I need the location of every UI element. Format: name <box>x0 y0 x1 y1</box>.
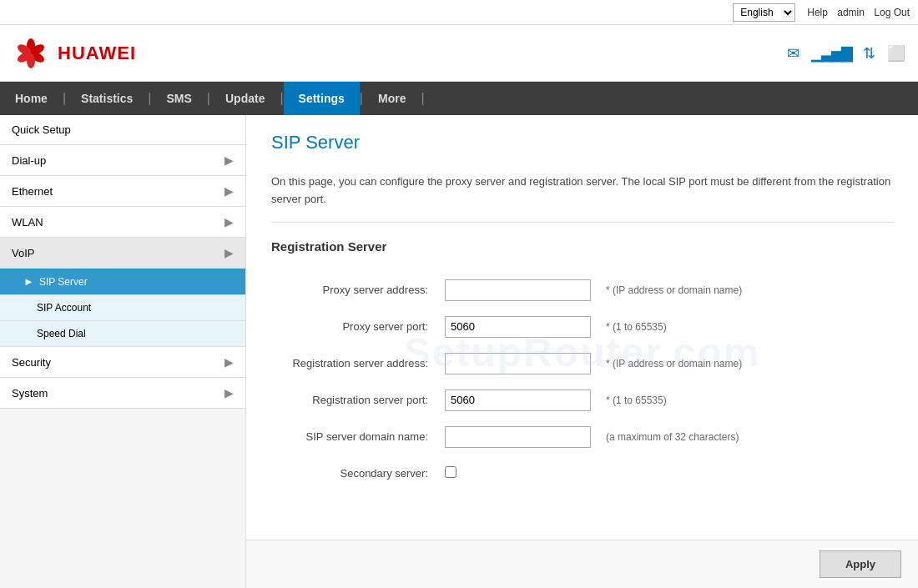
screen-icon[interactable]: ⬜ <box>887 44 905 63</box>
logout-link[interactable]: Log Out <box>874 7 910 18</box>
network-icon[interactable]: ⇅ <box>863 44 875 63</box>
sidebar-item-voip[interactable]: VoIP ▶ <box>0 238 245 269</box>
table-row: SIP server domain name: (a maximum of 32… <box>271 419 893 455</box>
label-proxy-address: Proxy server address: <box>271 272 438 309</box>
sidebar: Quick Setup Dial-up ▶ Ethernet ▶ WLAN ▶ … <box>0 115 246 588</box>
header: HUAWEI ✉ ▁▃▅▇ ⇅ ⬜ <box>0 25 918 82</box>
label-proxy-port: Proxy server port: <box>271 309 438 345</box>
nav-sms[interactable]: SMS <box>151 82 206 115</box>
language-select[interactable]: English Chinese French Spanish <box>733 3 795 22</box>
secondary-server-checkbox[interactable] <box>445 466 456 478</box>
sidebar-sub-label-speed-dial: Speed Dial <box>23 328 86 339</box>
input-cell-sip-domain <box>438 419 598 455</box>
table-row: Registration server address: * (IP addre… <box>271 345 893 382</box>
top-bar-links: Help admin Log Out <box>800 7 910 18</box>
registration-server-address-input[interactable] <box>445 353 591 374</box>
sidebar-sub-speed-dial[interactable]: Speed Dial <box>0 321 245 347</box>
table-row: Secondary server: <box>271 455 893 492</box>
nav-sep-6: | <box>421 82 424 115</box>
sidebar-arrow-dialup: ▶ <box>224 153 234 167</box>
form-table: Proxy server address: * (IP address or d… <box>271 272 893 492</box>
signal-icon[interactable]: ▁▃▅▇ <box>811 44 851 63</box>
sidebar-sub-label-sip-account: SIP Account <box>23 302 91 314</box>
sidebar-item-quicksetup[interactable]: Quick Setup <box>0 115 245 145</box>
sub-arrow-sip-server: ► <box>23 275 34 288</box>
sidebar-arrow-voip: ▶ <box>224 246 234 259</box>
header-icons: ✉ ▁▃▅▇ ⇅ ⬜ <box>787 44 905 63</box>
table-row: Proxy server port: * (1 to 65535) <box>271 309 893 345</box>
input-cell-reg-address <box>438 345 598 382</box>
input-cell-reg-port <box>438 382 598 419</box>
sidebar-arrow-security: ▶ <box>224 355 234 369</box>
sidebar-sub-label-sip-server: SIP Server <box>39 276 88 288</box>
input-cell-secondary-server <box>438 455 598 492</box>
hint-sip-domain: (a maximum of 32 characters) <box>598 419 893 455</box>
hint-proxy-port: * (1 to 65535) <box>598 309 893 345</box>
hint-reg-address: * (IP address or domain name) <box>598 345 893 382</box>
section-title: Registration Server <box>271 239 893 259</box>
sidebar-item-system[interactable]: System ▶ <box>0 378 245 409</box>
nav-settings[interactable]: Settings <box>284 82 360 115</box>
hint-proxy-address: * (IP address or domain name) <box>598 272 893 309</box>
sidebar-sub-sip-server[interactable]: ► SIP Server <box>0 269 245 295</box>
main-content: SetupRouter.com SIP Server On this page,… <box>246 115 918 588</box>
apply-button[interactable]: Apply <box>820 550 901 578</box>
page-description: On this page, you can configure the prox… <box>271 173 893 223</box>
sidebar-label-voip: VoIP <box>12 247 34 259</box>
hint-secondary-server <box>598 455 893 492</box>
sidebar-item-ethernet[interactable]: Ethernet ▶ <box>0 176 245 207</box>
sidebar-label-ethernet: Ethernet <box>12 185 53 198</box>
sidebar-label-wlan: WLAN <box>12 216 43 229</box>
brand-name: HUAWEI <box>58 43 136 64</box>
input-cell-proxy-address <box>438 272 598 309</box>
hint-reg-port: * (1 to 65535) <box>598 382 893 419</box>
sidebar-label-security: Security <box>12 356 51 369</box>
sidebar-arrow-system: ▶ <box>224 386 234 400</box>
bottom-bar: Apply <box>246 540 918 588</box>
label-reg-port: Registration server port: <box>271 382 438 419</box>
huawei-logo-icon <box>13 38 49 69</box>
sidebar-arrow-wlan: ▶ <box>224 215 234 229</box>
main-nav: Home | Statistics | SMS | Update | Setti… <box>0 82 918 115</box>
logo-area: HUAWEI <box>13 38 136 69</box>
content-layout: Quick Setup Dial-up ▶ Ethernet ▶ WLAN ▶ … <box>0 115 918 588</box>
sidebar-label-quicksetup: Quick Setup <box>12 123 71 136</box>
page-title: SIP Server <box>271 132 893 160</box>
nav-home[interactable]: Home <box>0 82 63 115</box>
nav-statistics[interactable]: Statistics <box>66 82 148 115</box>
help-link[interactable]: Help <box>807 7 828 18</box>
nav-update[interactable]: Update <box>210 82 280 115</box>
admin-link[interactable]: admin <box>837 7 865 18</box>
proxy-server-address-input[interactable] <box>445 279 591 301</box>
label-reg-address: Registration server address: <box>271 345 438 382</box>
input-cell-proxy-port <box>438 309 598 345</box>
sip-server-domain-input[interactable] <box>445 426 591 448</box>
mail-icon[interactable]: ✉ <box>787 44 799 63</box>
sidebar-label-system: System <box>12 387 48 400</box>
label-secondary-server: Secondary server: <box>271 455 438 492</box>
sidebar-item-security[interactable]: Security ▶ <box>0 347 245 378</box>
sidebar-label-dialup: Dial-up <box>12 154 46 167</box>
table-row: Registration server port: * (1 to 65535) <box>271 382 893 419</box>
proxy-server-port-input[interactable] <box>445 316 591 338</box>
registration-server-port-input[interactable] <box>445 389 591 411</box>
sidebar-arrow-ethernet: ▶ <box>224 184 234 198</box>
table-row: Proxy server address: * (IP address or d… <box>271 272 893 309</box>
top-bar: English Chinese French Spanish Help admi… <box>0 0 918 25</box>
label-sip-domain: SIP server domain name: <box>271 419 438 455</box>
nav-more[interactable]: More <box>363 82 421 115</box>
sidebar-item-dialup[interactable]: Dial-up ▶ <box>0 145 245 176</box>
sidebar-item-wlan[interactable]: WLAN ▶ <box>0 207 245 238</box>
sidebar-sub-sip-account[interactable]: SIP Account <box>0 295 245 321</box>
